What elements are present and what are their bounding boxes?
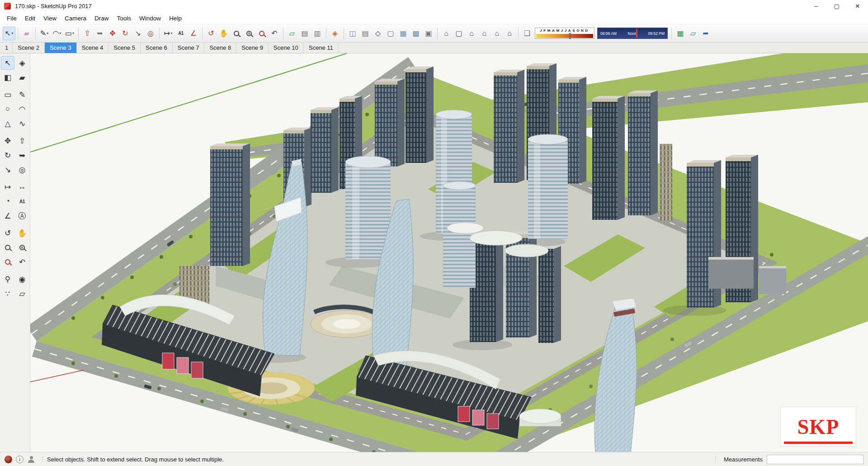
section-plane-tool-icon[interactable]: ▱ [15, 287, 29, 300]
dimension-tool-icon[interactable]: ↔ [15, 180, 29, 194]
scene-tab[interactable]: Scene 7 [173, 43, 205, 53]
tape-measure-tool-button[interactable]: ↦ ▾ [162, 27, 175, 40]
tape-measure-tool-icon[interactable]: ↦ [1, 180, 14, 194]
select-tool-icon[interactable]: ↖ [1, 56, 14, 70]
rotate-tool-icon[interactable]: ↻ [1, 148, 14, 162]
shadow-month-slider[interactable]: JFMAMJJASOND [535, 28, 594, 39]
scale-tool-icon[interactable]: ↘ [1, 163, 14, 176]
scene-tab[interactable]: Scene 10 [269, 43, 304, 53]
close-button[interactable]: ✕ [847, 0, 868, 12]
monochrome-mode-icon[interactable]: ▣ [422, 27, 435, 40]
eraser-tool-icon[interactable]: ▰ [20, 27, 33, 40]
display-section-planes-icon[interactable]: ▤ [298, 27, 311, 40]
protractor-tool-icon[interactable]: ◔ [1, 195, 14, 208]
hidden-line-mode-icon[interactable]: ▢ [384, 27, 397, 40]
move-tool-icon[interactable]: ✥ [1, 134, 14, 147]
credits-info-icon[interactable]: i [16, 456, 24, 463]
look-around-tool-icon[interactable]: ◉ [15, 272, 29, 286]
previous-view-icon[interactable]: ↶ [268, 27, 281, 40]
orbit-tool-icon[interactable]: ↺ [1, 226, 14, 240]
scene-tab[interactable]: Scene 2 [13, 43, 45, 53]
paint-bucket-tool-icon[interactable]: ◧ [1, 71, 14, 84]
shaded-mode-icon[interactable]: ▦ [397, 27, 410, 40]
walk-tool-icon[interactable]: ∵ [1, 287, 14, 300]
3d-text-tool-icon[interactable]: Ⓐ [15, 209, 29, 223]
pan-tool-icon[interactable]: ✋ [217, 27, 230, 40]
menu-edit[interactable]: Edit [21, 15, 39, 22]
axes-tool-icon[interactable]: ∠ [187, 27, 200, 40]
push-pull-tool-icon[interactable]: ⇧ [81, 27, 94, 40]
geolocation-icon[interactable] [5, 456, 12, 463]
move-tool-icon[interactable]: ✥ [106, 27, 119, 40]
previous-view-icon[interactable]: ↶ [15, 255, 29, 269]
model-canvas[interactable] [30, 53, 868, 452]
zoom-tool-icon[interactable] [1, 241, 14, 254]
axes-tool-icon[interactable]: ∠ [1, 209, 14, 223]
back-view-icon[interactable]: ⌂ [491, 27, 503, 40]
shadow-time-handle[interactable] [636, 29, 637, 38]
menu-view[interactable]: View [39, 15, 61, 22]
make-component-icon[interactable]: ◈ [329, 27, 341, 40]
text-tool-icon[interactable]: A1 [15, 195, 29, 208]
wireframe-mode-icon[interactable]: ◇ [372, 27, 384, 40]
menu-tools[interactable]: Tools [113, 15, 136, 22]
menu-help[interactable]: Help [165, 15, 186, 22]
zoom-window-tool-icon[interactable] [243, 27, 255, 40]
zoom-extents-tool-icon[interactable] [1, 255, 14, 269]
top-view-icon[interactable]: ▢ [453, 27, 465, 40]
line-tool-icon[interactable]: ✎ [15, 88, 29, 101]
scene-tab[interactable]: 1 [1, 43, 13, 53]
textured-mode-icon[interactable]: ▩ [410, 27, 422, 40]
shadow-month-handle[interactable] [569, 33, 571, 39]
sign-in-icon[interactable] [27, 456, 35, 463]
zoom-tool-icon[interactable] [230, 27, 243, 40]
zoom-extents-tool-icon[interactable] [255, 27, 268, 40]
model-viewport[interactable]: SKP [30, 53, 868, 452]
xray-mode-icon[interactable]: ◫ [346, 27, 359, 40]
share-model-icon[interactable]: ➦ [699, 27, 712, 40]
orbit-tool-icon[interactable]: ↺ [205, 27, 217, 40]
section-plane-tool-icon[interactable]: ▱ [286, 27, 298, 40]
follow-me-tool-icon[interactable]: ➥ [15, 148, 29, 162]
scene-tab[interactable]: Scene 4 [77, 43, 109, 53]
iso-view-icon[interactable]: ⌂ [440, 27, 453, 40]
circle-tool-icon[interactable]: ○ [1, 102, 14, 116]
menu-draw[interactable]: Draw [90, 15, 113, 22]
scene-tab[interactable]: Scene 11 [304, 43, 339, 53]
position-camera-tool-icon[interactable]: ⚲ [1, 272, 14, 286]
scene-tab[interactable]: Scene 6 [141, 43, 173, 53]
back-edges-mode-icon[interactable]: ▤ [359, 27, 372, 40]
left-view-icon[interactable]: ⌂ [503, 27, 516, 40]
pan-tool-icon[interactable]: ✋ [15, 226, 29, 240]
make-component-tool-icon[interactable]: ◈ [15, 56, 29, 70]
layout-icon[interactable]: ▱ [687, 27, 699, 40]
offset-tool-icon[interactable]: ◎ [144, 27, 157, 40]
right-view-icon[interactable]: ⌂ [478, 27, 491, 40]
freehand-tool-icon[interactable]: ∿ [15, 117, 29, 130]
rotate-tool-icon[interactable]: ↻ [119, 27, 132, 40]
shadow-dialog-icon[interactable]: ❏ [521, 27, 533, 40]
menu-camera[interactable]: Camera [61, 15, 90, 22]
rectangle-tool-icon[interactable]: ▭ [1, 88, 14, 101]
minimize-button[interactable]: – [806, 0, 826, 12]
select-tool-button[interactable]: ↖ ▾ [3, 27, 15, 40]
scene-tab[interactable]: Scene 5 [108, 43, 141, 53]
push-pull-tool-icon[interactable]: ⇧ [15, 134, 29, 147]
scale-tool-icon[interactable]: ↘ [132, 27, 144, 40]
follow-me-tool-icon[interactable]: ➥ [94, 27, 106, 40]
line-tool-button[interactable]: ✎ ▾ [38, 27, 51, 40]
menu-window[interactable]: Window [135, 15, 165, 22]
scene-tab-active[interactable]: Scene 3 [45, 43, 77, 53]
eraser-tool-icon[interactable]: ▰ [15, 71, 29, 84]
shadow-time-slider[interactable]: 08:08 AM Noon 09:52 PM [597, 28, 668, 39]
arc-tool-button[interactable]: ◠ ▾ [51, 27, 63, 40]
maximize-button[interactable]: ▢ [826, 0, 847, 12]
warehouse-icon[interactable]: ▦ [674, 27, 687, 40]
offset-tool-icon[interactable]: ◎ [15, 163, 29, 176]
measurements-input[interactable] [767, 455, 863, 464]
polygon-tool-icon[interactable]: △ [1, 117, 14, 130]
scene-tab[interactable]: Scene 9 [236, 43, 269, 53]
front-view-icon[interactable]: ⌂ [465, 27, 478, 40]
zoom-window-tool-icon[interactable] [15, 241, 29, 254]
display-section-cuts-icon[interactable]: ▥ [311, 27, 324, 40]
